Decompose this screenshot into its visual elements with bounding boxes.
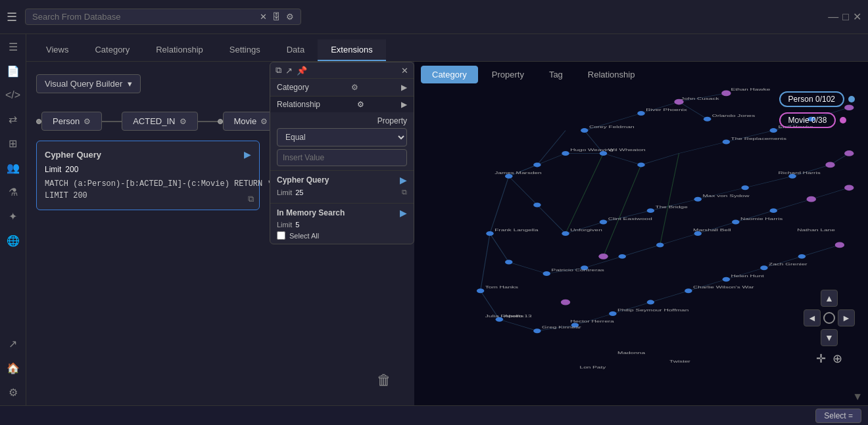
movie-gear-icon[interactable]: ⚙ (260, 117, 268, 126)
select-badge[interactable]: Select = (815, 409, 861, 423)
cypher-play-btn[interactable]: ▶ (244, 149, 251, 160)
search-bar-icons: ✕ 🗄 ⚙ (260, 12, 294, 22)
code-icon[interactable]: </> (5, 89, 20, 101)
svg-line-31 (773, 199, 811, 210)
home-icon[interactable]: 🏠 (7, 362, 20, 374)
tab-data[interactable]: Data (274, 39, 318, 61)
category-gear-icon[interactable]: ⚙ (351, 83, 358, 92)
select-all-checkbox[interactable] (277, 231, 285, 240)
right-float-panel: ⧉ ↗ 📌 ✕ Category ⚙ ▶ (270, 62, 414, 244)
search-input[interactable] (32, 12, 254, 22)
graph-tab-category[interactable]: Category (421, 66, 478, 83)
table-icon[interactable]: ⊞ (9, 137, 17, 150)
svg-text:Greg Kinnear: Greg Kinnear (542, 324, 581, 329)
legend-movie-badge[interactable]: Movie 0/38 (779, 112, 836, 128)
tab-extensions[interactable]: Extensions (318, 39, 386, 61)
panel-header-icons: ⧉ ↗ 📌 (276, 65, 307, 76)
panel-cypher-limit-label: Limit (277, 189, 292, 196)
person-gear-icon[interactable]: ⚙ (84, 117, 91, 126)
insert-value-input[interactable] (277, 149, 407, 166)
panel-link-icon[interactable]: ⧉ (276, 65, 281, 76)
nav-mid-row: ◄ ► (804, 309, 855, 326)
minimize-btn[interactable]: — (828, 11, 838, 23)
svg-line-7 (641, 153, 679, 164)
panel-relationship-section: Relationship ⚙ ▶ (270, 96, 414, 112)
svg-point-63 (505, 260, 513, 265)
svg-point-94 (598, 254, 608, 259)
close-btn[interactable]: ✕ (853, 11, 861, 23)
svg-point-84 (770, 128, 778, 133)
tab-relationship[interactable]: Relationship (143, 39, 216, 61)
arrows-icon[interactable]: ⇄ (9, 113, 17, 125)
nav-crosshair-icon[interactable]: ✛ (816, 351, 826, 366)
people-icon[interactable]: 👥 (7, 162, 20, 174)
panel-memory-play-btn[interactable]: ▶ (400, 208, 407, 218)
panel-header: ⧉ ↗ 📌 ✕ (270, 62, 414, 78)
acted-gear-icon[interactable]: ⚙ (180, 117, 187, 126)
tab-bar: Views Category Relationship Settings Dat… (26, 34, 868, 62)
svg-text:Hector Herrera: Hector Herrera (570, 319, 614, 324)
svg-point-83 (723, 140, 731, 145)
svg-point-57 (600, 220, 608, 225)
relationship-arrow-icon[interactable]: ▶ (401, 100, 407, 109)
globe-icon[interactable]: 🌐 (7, 235, 20, 247)
nav-controls: ▲ ◄ ► ▼ ✛ ⊕ (804, 290, 855, 366)
relationship-gear-icon[interactable]: ⚙ (357, 100, 364, 109)
legend-person: Person 0/102 (779, 91, 855, 107)
svg-text:Unforgiven: Unforgiven (570, 227, 602, 232)
search-bar: ✕ 🗄 ⚙ (25, 9, 301, 25)
settings-icon[interactable]: ⚙ (286, 12, 294, 22)
tab-settings[interactable]: Settings (216, 39, 274, 61)
svg-point-78 (723, 277, 731, 282)
file-icon[interactable]: 📄 (7, 65, 20, 78)
svg-text:Richard Harris: Richard Harris (778, 170, 820, 175)
graph-tab-property[interactable]: Property (481, 66, 535, 83)
window-controls: — □ ✕ (828, 11, 861, 23)
tab-category[interactable]: Category (82, 39, 143, 61)
svg-line-44 (537, 131, 566, 165)
svg-point-69 (732, 220, 740, 225)
equal-dropdown[interactable]: Equal Not Equal Contains (277, 128, 407, 146)
panel-pin-icon[interactable]: 📌 (297, 66, 307, 76)
nav-right-btn[interactable]: ► (838, 309, 855, 326)
filter-icon[interactable]: ⚗ (9, 186, 18, 198)
nav-up-btn[interactable]: ▲ (821, 290, 838, 307)
panel-close-btn[interactable]: ✕ (401, 66, 408, 76)
cypher-limit-value: 200 (65, 165, 78, 174)
trash-icon[interactable]: 🗑 (377, 372, 391, 389)
nav-transform-icon[interactable]: ⊕ (832, 351, 842, 366)
node-box-person: Person ⚙ (41, 112, 102, 131)
svg-point-95 (561, 300, 570, 305)
nav-left-btn[interactable]: ◄ (804, 309, 821, 326)
graph-tab-tag[interactable]: Tag (538, 66, 574, 83)
vqb-dropdown[interactable]: Visual Query Builder ▾ (36, 74, 141, 93)
cypher-copy-icon[interactable]: ⧉ (248, 194, 254, 204)
movie-label: Movie (234, 116, 257, 126)
panel-external-icon[interactable]: ↗ (285, 66, 293, 76)
hamburger-icon[interactable]: ☰ (7, 10, 17, 24)
property-label: Property (277, 116, 407, 125)
panel-cypher-play-btn[interactable]: ▶ (400, 175, 407, 185)
nav-down-btn[interactable]: ▼ (821, 329, 838, 346)
panel-category-section: Category ⚙ ▶ (270, 78, 414, 96)
nav-bottom-icons: ✛ ⊕ (816, 351, 842, 366)
export-icon[interactable]: ↗ (9, 338, 17, 350)
panel-cypher-copy-icon[interactable]: ⧉ (402, 188, 407, 196)
svg-line-39 (650, 291, 688, 302)
cypher-box-header: Cypher Query ▶ (45, 149, 251, 160)
menu-icon[interactable]: ☰ (9, 41, 18, 53)
network-icon[interactable]: ✦ (9, 210, 17, 223)
tab-views[interactable]: Views (33, 39, 82, 61)
maximize-btn[interactable]: □ (842, 11, 849, 23)
svg-text:Hugo Weaving: Hugo Weaving (570, 147, 614, 152)
graph-tab-relationship[interactable]: Relationship (577, 66, 646, 83)
database-icon[interactable]: 🗄 (272, 12, 281, 22)
clear-search-icon[interactable]: ✕ (260, 12, 267, 22)
graph-area: Category Property Tag Relationship Perso… (414, 62, 868, 405)
panel-category-row: Category ⚙ ▶ (270, 79, 414, 96)
settings2-icon[interactable]: ⚙ (9, 386, 18, 399)
legend-person-badge[interactable]: Person 0/102 (779, 91, 844, 107)
svg-line-35 (499, 319, 537, 330)
svg-text:Charlie Wilson's War: Charlie Wilson's War (693, 284, 754, 289)
category-arrow-icon[interactable]: ▶ (401, 83, 407, 92)
